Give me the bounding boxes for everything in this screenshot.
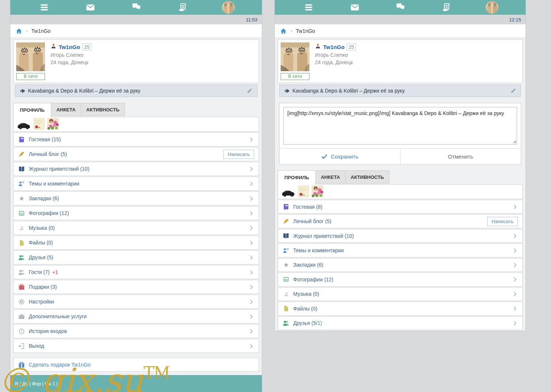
menu-item-bookmarks[interactable]: ★ Закладки (6) [278, 258, 523, 272]
username[interactable]: Tw1nGo [323, 44, 344, 50]
gear-icon [18, 298, 25, 305]
menu-item-blog[interactable]: Личный блог (5) Написать [278, 214, 523, 228]
tab-profile[interactable]: ПРОФИЛЬ [13, 103, 51, 117]
menu-item-login-history[interactable]: История входов [13, 324, 259, 338]
menu-item-guests[interactable]: Гости (7) +1 [13, 265, 259, 279]
feed-icon[interactable] [176, 1, 189, 14]
level-badge: 25 [347, 44, 356, 51]
menu-item-friends[interactable]: Друзья (5) [13, 250, 259, 264]
status-time-bar: 12:15 [275, 15, 526, 24]
chevron-right-icon [249, 270, 254, 275]
home-icon[interactable] [15, 28, 22, 35]
breadcrumb: › Tw1nGo [275, 24, 526, 38]
footer-nav-bar[interactable]: Я | Др | Фор | Он 1 | + [10, 375, 262, 392]
chat-icon[interactable] [394, 1, 407, 14]
menu-item-greetings[interactable]: Журнал приветствий (10) [278, 229, 523, 243]
edit-status-icon[interactable] [510, 88, 516, 94]
star-icon: ★ [18, 195, 25, 202]
chevron-right-icon [249, 314, 254, 319]
save-button[interactable]: Сохранить [280, 149, 401, 164]
menu-icon[interactable] [38, 1, 51, 14]
chevron-right-icon [249, 181, 254, 187]
car-gift-image[interactable] [281, 188, 295, 197]
chevron-right-icon [249, 211, 254, 216]
profile-photo[interactable] [16, 42, 45, 71]
star-icon: ★ [283, 261, 290, 268]
avatar[interactable] [486, 1, 498, 14]
menu-item-topics[interactable]: Темы и комментарии [13, 177, 259, 191]
breadcrumb-current[interactable]: Tw1nGo [296, 28, 315, 34]
menu-item-photos[interactable]: Фотографии (12) [13, 206, 259, 220]
menu-item-gifts[interactable]: Подарки (3) [13, 280, 259, 294]
quill-icon [18, 151, 25, 158]
menu-item-friends[interactable]: Друзья (5/1) [278, 316, 523, 330]
home-icon[interactable] [280, 28, 287, 35]
chevron-right-icon [512, 306, 518, 311]
menu-item-make-gift[interactable]: Сделать подарок Tw1nGo [13, 358, 259, 372]
breadcrumb-current[interactable]: Tw1nGo [31, 28, 51, 34]
guests-icon [18, 269, 25, 276]
mail-icon[interactable] [84, 1, 97, 14]
menu-item-services[interactable]: Дополнительные услуги [13, 309, 259, 323]
chat-icon[interactable] [130, 1, 143, 14]
doll-gift-image[interactable] [47, 118, 59, 130]
feed-icon[interactable] [440, 1, 453, 14]
write-post-button[interactable]: Написать [223, 150, 254, 159]
briefcase-icon [18, 313, 25, 320]
logout-icon [18, 343, 25, 350]
car-gift-image[interactable] [17, 121, 31, 130]
online-status-badge: В сети [16, 73, 45, 80]
chevron-right-icon [512, 233, 518, 239]
profile-tabs: ПРОФИЛЬ АНКЕТА АКТИВНОСТЬ [13, 103, 259, 117]
menu-item-guestbook[interactable]: Гостевая (8) [278, 200, 523, 214]
chevron-right-icon [249, 137, 254, 142]
menu-item-blog[interactable]: Личный блог (5) Написать [13, 147, 259, 161]
status-edit-textarea[interactable]: [img]http://xmyx.ru/style/stat_music.png… [283, 107, 517, 145]
phone-screen-left: 11:53 › Tw1nGo В сети Tw1nGo 25 Игорь Сл… [10, 0, 262, 392]
menu-item-greetings[interactable]: Журнал приветствий (10) [13, 162, 259, 176]
letter-gift-image[interactable] [298, 185, 309, 197]
friends-icon [18, 254, 25, 261]
app-bar [275, 0, 526, 15]
edit-status-icon[interactable] [247, 88, 253, 94]
doll-gift-image[interactable] [312, 185, 323, 197]
username[interactable]: Tw1nGo [59, 44, 80, 50]
menu-item-music[interactable]: ♫ Музыка (0) [278, 287, 523, 301]
menu-item-photos[interactable]: Фотографии (12) [278, 273, 523, 286]
gift-blue-icon [18, 361, 25, 368]
chevron-right-icon [249, 240, 254, 246]
tab-activity[interactable]: АКТИВНОСТЬ [345, 170, 389, 184]
letter-gift-image[interactable] [34, 118, 45, 130]
tab-questionnaire[interactable]: АНКЕТА [51, 103, 81, 116]
tab-profile[interactable]: ПРОФИЛЬ [278, 170, 316, 185]
new-guests-badge: +1 [52, 269, 58, 275]
chevron-right-icon [249, 299, 254, 305]
full-name: Игорь Слепко [315, 52, 356, 58]
age-city: 24 года, Донецк [315, 59, 356, 65]
menu-item-files[interactable]: Файлы (0) [278, 302, 523, 315]
profile-photo[interactable] [281, 42, 309, 71]
menu-item-files[interactable]: Файлы (0) [13, 236, 259, 250]
chevron-right-icon [249, 196, 254, 201]
menu-item-topics[interactable]: Темы и комментарии [278, 243, 523, 257]
footer-links[interactable]: Я | Др | Фор | Он 1 | + [15, 381, 62, 386]
tab-questionnaire[interactable]: АНКЕТА [315, 170, 346, 184]
tab-activity[interactable]: АКТИВНОСТЬ [81, 103, 125, 116]
menu-item-logout[interactable]: Выход [13, 339, 259, 353]
comments-icon [283, 247, 290, 254]
music-status-text: Kavabanga & Depo & Kolibri – Держи её за… [292, 88, 405, 94]
files-icon [283, 305, 290, 312]
cancel-button[interactable]: Отменить [401, 149, 521, 164]
chevron-right-icon [512, 262, 518, 268]
menu-item-music[interactable]: ♫ Музыка (0) [13, 221, 259, 235]
menu-icon[interactable] [302, 1, 315, 14]
music-icon: ♫ [283, 291, 290, 298]
write-post-button[interactable]: Написать [487, 217, 518, 226]
menu-item-bookmarks[interactable]: ★ Закладки (6) [13, 191, 259, 205]
menu-item-guestbook[interactable]: Гостевая (15) [13, 132, 259, 146]
menu-item-settings[interactable]: Настройки [13, 295, 259, 309]
avatar[interactable] [222, 1, 235, 14]
resize-handle[interactable] [513, 140, 516, 143]
mail-icon[interactable] [348, 1, 361, 14]
book-icon [283, 232, 290, 239]
